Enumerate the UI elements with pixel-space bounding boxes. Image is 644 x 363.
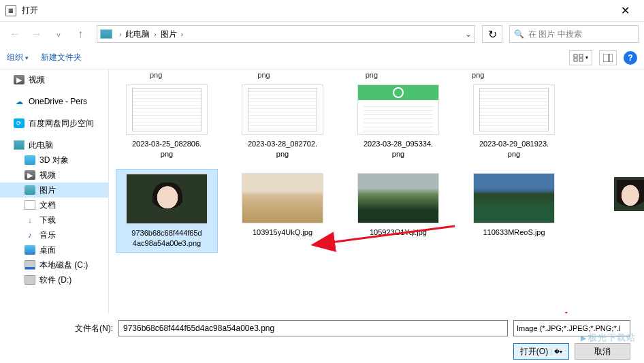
file-pane[interactable]: png png png png 2023-03-25_082806.png 20…: [109, 69, 644, 313]
pc-icon: [100, 29, 112, 39]
music-icon: ♪: [25, 230, 35, 240]
baidu-icon: ⟳: [14, 119, 25, 128]
sidebar-item-3d[interactable]: 3D 对象: [0, 153, 108, 168]
breadcrumb-seg1[interactable]: 此电脑: [125, 29, 150, 40]
file-name: 105923O1Yqi.jpg: [370, 227, 427, 238]
file-item[interactable]: 103915y4UkQ.jpg: [231, 169, 334, 253]
search-icon: 🔍: [514, 29, 524, 39]
sidebar-item-downloads[interactable]: ↓下载: [0, 212, 108, 227]
video-icon: ▶: [14, 75, 25, 84]
file-name: 9736b68c68f444f65d4ac98a54a00e3.png: [131, 228, 202, 249]
sidebar-item-pictures[interactable]: 图片: [0, 183, 108, 198]
content-area: ▶视频 ☁OneDrive - Pers ⟳百度网盘同步空间 此电脑 3D 对象…: [0, 69, 644, 313]
sidebar-item-label: 此电脑: [29, 140, 53, 151]
file-item[interactable]: 2023-03-28_082702.png: [231, 80, 334, 163]
disk-icon: [25, 260, 35, 270]
breadcrumb[interactable]: › 此电脑 › 图片 › ⌄: [97, 25, 475, 43]
cancel-button-label: 取消: [594, 346, 611, 358]
refresh-button[interactable]: ↻: [482, 25, 502, 43]
thumbnail: [357, 84, 439, 135]
sidebar-item-label: 视频: [39, 170, 56, 181]
open-button[interactable]: 打开(O) �▾: [513, 343, 569, 360]
toolbar: 组织 新建文件夹 ▾ ?: [0, 46, 644, 69]
app-icon: ▦: [5, 5, 16, 16]
navbar: ← → ⅴ ↑ › 此电脑 › 图片 › ⌄ ↻ 🔍 在 图片 中搜索: [0, 22, 644, 46]
svg-rect-2: [579, 54, 583, 57]
file-item-selected[interactable]: 9736b68c68f444f65d4ac98a54a00e3.png: [116, 169, 218, 253]
sidebar-item-label: 图片: [39, 185, 56, 196]
sidebar-item-thispc[interactable]: 此电脑: [0, 138, 108, 153]
file-name: 2023-03-28_095334.png: [364, 139, 433, 159]
sidebar-item-video2[interactable]: ▶视频: [0, 168, 108, 183]
filename-label: 文件名(N):: [75, 323, 113, 334]
sidebar-item-baidu[interactable]: ⟳百度网盘同步空间: [0, 116, 108, 131]
up-button[interactable]: ↑: [71, 26, 90, 42]
sidebar-item-disk-d[interactable]: 软件 (D:): [0, 272, 108, 287]
col-ext: png: [257, 71, 270, 79]
preview-thumbnail: [614, 177, 644, 211]
chevron-right-icon: ›: [181, 31, 183, 38]
breadcrumb-dropdown[interactable]: ⌄: [465, 29, 472, 39]
search-placeholder: 在 图片 中搜索: [528, 29, 582, 40]
thumbnail: [126, 174, 208, 224]
thumbnail: [357, 173, 439, 223]
window-title: 打开: [22, 5, 611, 16]
thumbnail: [473, 173, 555, 223]
filetype-select[interactable]: Image (*.JPG;*.JPEG;*.PNG;*.I: [513, 320, 630, 336]
file-item[interactable]: 2023-03-25_082806.png: [116, 80, 218, 163]
svg-rect-5: [609, 54, 613, 62]
disk-icon: [25, 275, 35, 285]
recent-menu[interactable]: ⅴ: [49, 26, 68, 42]
svg-rect-1: [574, 59, 577, 61]
help-button[interactable]: ?: [624, 51, 637, 65]
sidebar-item-music[interactable]: ♪音乐: [0, 227, 108, 242]
file-name: 103915y4UkQ.jpg: [253, 227, 312, 238]
sidebar-item-disk-c[interactable]: 本地磁盘 (C:): [0, 257, 108, 272]
sidebar-item-label: 本地磁盘 (C:): [39, 259, 88, 271]
sidebar-item-label: 百度网盘同步空间: [29, 118, 94, 129]
cloud-icon: ☁: [14, 97, 25, 106]
file-name: 2023-03-25_082806.png: [132, 139, 202, 159]
filetype-value: Image (*.JPG;*.JPEG;*.PNG;*.I: [517, 324, 621, 332]
sidebar-item-label: 下载: [39, 215, 56, 226]
sidebar-item-video[interactable]: ▶视频: [0, 72, 108, 87]
sidebar-item-label: 3D 对象: [39, 155, 69, 166]
organize-menu[interactable]: 组织: [7, 52, 29, 63]
close-button[interactable]: ✕: [611, 0, 639, 22]
sidebar-item-label: 视频: [29, 74, 45, 86]
3d-icon: [25, 155, 35, 165]
sidebar-item-label: 桌面: [39, 244, 56, 256]
svg-rect-4: [603, 54, 609, 62]
preview-pane-button[interactable]: [599, 50, 617, 65]
forward-button[interactable]: →: [27, 26, 46, 42]
sidebar-item-desktop[interactable]: 桌面: [0, 242, 108, 257]
file-name: 2023-03-29_081923.png: [479, 139, 549, 159]
titlebar: ▦ 打开 ✕: [0, 0, 644, 22]
file-item[interactable]: 2023-03-29_081923.png: [463, 80, 565, 163]
sidebar-item-documents[interactable]: 文档: [0, 198, 108, 212]
breadcrumb-seg2[interactable]: 图片: [161, 29, 177, 40]
document-icon: [25, 200, 35, 210]
col-ext: png: [366, 71, 378, 79]
svg-rect-0: [574, 54, 577, 57]
cancel-button[interactable]: 取消: [575, 343, 630, 360]
search-input[interactable]: 🔍 在 图片 中搜索: [509, 25, 639, 43]
file-item[interactable]: 105923O1Yqi.jpg: [347, 169, 449, 253]
file-item[interactable]: 110633MReoS.jpg: [463, 169, 565, 253]
sidebar-item-label: OneDrive - Pers: [29, 97, 87, 106]
sidebar-item-onedrive[interactable]: ☁OneDrive - Pers: [0, 94, 108, 109]
file-name: 2023-03-28_082702.png: [248, 139, 317, 159]
view-mode-button[interactable]: ▾: [569, 50, 592, 65]
video-icon: ▶: [25, 170, 35, 180]
sidebar-item-label: 文档: [39, 200, 56, 211]
new-folder-button[interactable]: 新建文件夹: [41, 52, 82, 63]
col-ext: png: [150, 71, 162, 79]
chevron-right-icon: ›: [119, 31, 121, 38]
col-ext: png: [472, 71, 484, 79]
thumbnail: [126, 84, 208, 135]
dialog-footer: 文件名(N): Image (*.JPG;*.JPEG;*.PNG;*.I 打开…: [0, 312, 644, 363]
chevron-down-icon: �▾: [551, 349, 562, 355]
file-item[interactable]: 2023-03-28_095334.png: [347, 80, 449, 163]
filename-input[interactable]: [118, 320, 508, 336]
back-button[interactable]: ←: [5, 26, 25, 42]
